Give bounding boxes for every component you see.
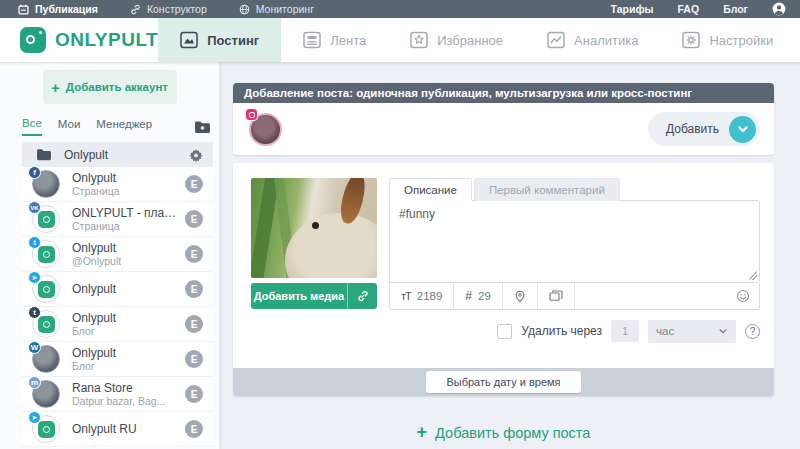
location-pin-icon <box>514 290 526 303</box>
account-row[interactable]: W Onlypult Блог E <box>22 342 213 377</box>
folder-settings-icon[interactable] <box>189 148 203 162</box>
feed-icon <box>303 31 321 49</box>
account-row[interactable]: ➤ Onlypult E <box>22 272 213 307</box>
delete-unit-value: час <box>656 325 674 337</box>
account-name: Rana Store <box>72 381 165 395</box>
tab-feed[interactable]: Лента <box>281 18 388 62</box>
role-badge: E <box>185 420 203 438</box>
wordpress-badge-icon: W <box>28 341 41 354</box>
add-account-dropdown-button[interactable]: Добавить <box>648 112 760 146</box>
account-avatar: t <box>32 310 60 338</box>
tab-label: Настройки <box>709 33 773 48</box>
role-badge: E <box>185 210 203 228</box>
filter-mine[interactable]: Мои <box>58 118 81 135</box>
tab-label: Аналитика <box>574 33 638 48</box>
location-button[interactable] <box>503 283 538 309</box>
tab-label: Постинг <box>207 33 259 48</box>
account-name: Onlypult <box>72 282 116 296</box>
add-post-form-label: Добавить форму поста <box>435 425 590 441</box>
post-media-thumbnail[interactable] <box>251 178 377 278</box>
folder-row-onlypult[interactable]: Onlypult <box>22 142 213 167</box>
accounts-panel: Onlypult f Onlypult Страница E <box>22 142 213 447</box>
account-row[interactable]: ➤ Onlypult RU E <box>22 412 213 447</box>
telegram-badge-icon: ➤ <box>28 411 41 424</box>
add-post-form-link[interactable]: + Добавить форму поста <box>417 422 591 443</box>
tab-posting[interactable]: Постинг <box>158 18 281 62</box>
add-label: Добавить <box>666 122 719 136</box>
account-avatar: m <box>32 380 60 408</box>
instagram-badge-icon <box>245 108 258 121</box>
tab-label: Лента <box>330 33 366 48</box>
account-row[interactable]: t Onlypult @Onlypult E <box>22 237 213 272</box>
account-subtitle: @Onlypult <box>72 255 121 267</box>
multi-image-icon <box>549 290 563 302</box>
hashtag-counter: # 29 <box>454 283 502 309</box>
vk-badge-icon: VK <box>28 201 41 214</box>
delete-after-label: Удалить через <box>521 324 602 338</box>
account-subtitle: Datpur bazar, Bag... <box>72 395 165 407</box>
account-filters: Все Мои Менеджер <box>22 117 211 136</box>
account-row[interactable]: f Onlypult Страница E <box>22 167 213 202</box>
char-count-value: 2189 <box>417 290 443 302</box>
media-link-button[interactable] <box>347 283 377 309</box>
tab-favorites[interactable]: Избранное <box>388 18 525 62</box>
filter-manager[interactable]: Менеджер <box>96 118 152 135</box>
plus-icon: + <box>417 422 428 443</box>
add-account-button[interactable]: + Добавить аккаунт <box>43 70 177 104</box>
add-media-button[interactable]: Добавить медиа <box>251 283 347 309</box>
text-size-icon: тТ <box>401 290 411 302</box>
role-badge: E <box>185 175 203 193</box>
post-banner-title: Добавление поста: одиночная публикация, … <box>233 83 774 103</box>
user-profile-icon[interactable] <box>772 2 786 16</box>
globe-icon <box>239 4 250 15</box>
gallery-button[interactable] <box>538 283 575 309</box>
role-badge: E <box>185 245 203 263</box>
hashtag-icon: # <box>465 289 472 303</box>
star-icon <box>410 31 428 49</box>
post-form-card: Добавить медиа Описание Первый комментар… <box>233 163 774 396</box>
tab-settings[interactable]: Настройки <box>660 18 795 62</box>
onlypult-camera-icon <box>20 27 46 53</box>
post-text-input[interactable]: #funny <box>390 201 759 282</box>
account-row[interactable]: VK ONLYPULT - плат... Страница E <box>22 202 213 237</box>
top-service-bar: Публикация Конструктор Мониторинг Тарифы… <box>0 0 800 18</box>
add-account-label: Добавить аккаунт <box>66 81 168 93</box>
top-link-tariffs[interactable]: Тарифы <box>611 3 654 15</box>
account-row[interactable]: t Onlypult Блог E <box>22 307 213 342</box>
selected-account-avatar[interactable] <box>249 113 282 146</box>
top-link-faq[interactable]: FAQ <box>678 3 700 15</box>
delete-after-value-input[interactable] <box>611 320 639 342</box>
posting-icon <box>180 31 198 49</box>
top-link-blog[interactable]: Блог <box>723 3 748 15</box>
help-icon[interactable]: ? <box>745 324 760 339</box>
tab-first-comment[interactable]: Первый комментарий <box>474 178 620 201</box>
top-nav-monitoring[interactable]: Мониторинг <box>239 3 314 15</box>
filter-all[interactable]: Все <box>22 117 42 136</box>
account-name: Onlypult <box>72 171 120 185</box>
role-badge: E <box>185 280 203 298</box>
top-nav-label: Конструктор <box>147 3 207 15</box>
account-subtitle: Блог <box>72 325 116 337</box>
delete-after-checkbox[interactable] <box>497 324 512 339</box>
logo[interactable]: ONLYPULT <box>0 18 158 62</box>
messenger-badge-icon: m <box>28 376 41 389</box>
add-folder-icon[interactable] <box>194 120 211 134</box>
emoji-button[interactable] <box>727 283 759 309</box>
top-nav-label: Мониторинг <box>256 3 314 15</box>
account-row[interactable]: m Rana Store Datpur bazar, Bag... E <box>22 377 213 412</box>
facebook-badge-icon: f <box>28 166 41 179</box>
top-nav-constructor[interactable]: Конструктор <box>130 3 207 15</box>
account-name: ONLYPULT - плат... <box>72 206 177 220</box>
role-badge: E <box>185 385 203 403</box>
account-subtitle: Страница <box>72 220 177 232</box>
link-icon <box>130 4 141 15</box>
resize-handle[interactable] <box>748 271 757 280</box>
tab-description[interactable]: Описание <box>389 178 472 201</box>
account-avatar: W <box>32 345 60 373</box>
top-nav-publication[interactable]: Публикация <box>18 3 98 15</box>
tab-analytics[interactable]: Аналитика <box>525 18 660 62</box>
delete-unit-select[interactable]: час <box>648 320 736 343</box>
pick-date-button[interactable]: Выбрать дату и время <box>426 371 580 393</box>
plus-icon: + <box>51 79 60 96</box>
schedule-bar: Выбрать дату и время <box>233 368 774 396</box>
